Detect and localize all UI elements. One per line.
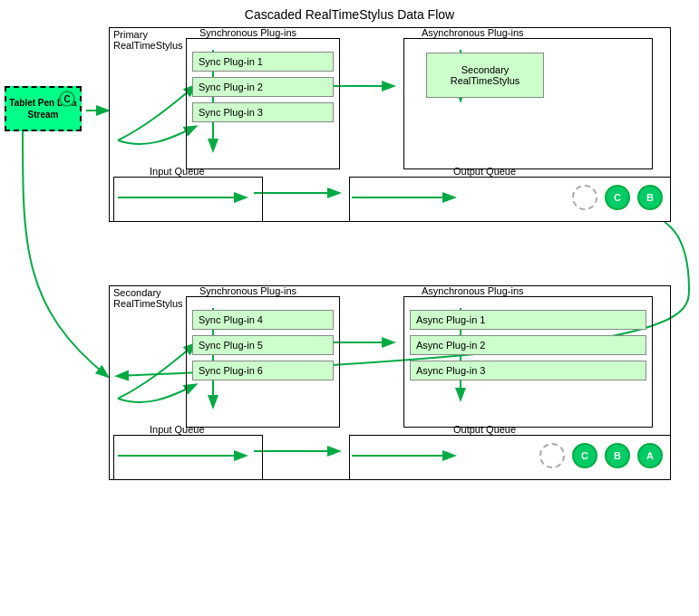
- sync-plugins-label-bottom: Synchronous Plug-ins: [199, 285, 296, 296]
- async-plugin-2: Async Plug-in 2: [410, 335, 646, 355]
- sync-plugin-3: Sync Plug-in 3: [192, 102, 334, 122]
- circle-empty-bottom: [539, 443, 565, 468]
- async-plugin-list-bottom: Async Plug-in 1 Async Plug-in 2 Async Pl…: [404, 310, 652, 380]
- output-queue-box-top: C B: [349, 177, 671, 222]
- async-plugins-label-top: Asynchronous Plug-ins: [422, 27, 524, 38]
- sync-plugins-box-bottom: Sync Plug-in 4 Sync Plug-in 5 Sync Plug-…: [186, 296, 340, 428]
- output-queue-label-bottom: Output Queue: [453, 424, 516, 435]
- diagram-container: Cascaded RealTimeStylus Data Flow: [0, 0, 699, 598]
- async-plugin-3: Async Plug-in 3: [410, 361, 646, 380]
- sync-plugin-6: Sync Plug-in 6: [192, 361, 334, 380]
- output-queue-circles-bottom: C B A: [539, 443, 663, 468]
- input-queue-label-top: Input Queue: [150, 166, 205, 177]
- bottom-section: Secondary RealTimeStylus Synchronous Plu…: [9, 285, 689, 521]
- circle-b-bottom: B: [605, 443, 630, 468]
- sync-plugin-5: Sync Plug-in 5: [192, 335, 334, 355]
- sync-plugin-4: Sync Plug-in 4: [192, 310, 334, 330]
- sync-plugins-label-top: Synchronous Plug-ins: [199, 27, 296, 38]
- circle-empty-top: [572, 185, 597, 210]
- page-title: Cascaded RealTimeStylus Data Flow: [0, 0, 699, 25]
- sync-plugin-2: Sync Plug-in 2: [192, 77, 334, 97]
- async-plugins-label-bottom: Asynchronous Plug-ins: [422, 285, 524, 296]
- top-section: Primary RealTimeStylus Synchronous Plug-…: [9, 27, 689, 263]
- async-plugins-box-bottom: Async Plug-in 1 Async Plug-in 2 Async Pl…: [403, 296, 653, 428]
- secondary-rts-label: Secondary RealTimeStylus: [113, 287, 183, 309]
- primary-rts-label: Primary RealTimeStylus: [113, 29, 183, 51]
- circle-b-top: B: [637, 185, 663, 210]
- sync-plugins-box-top: Sync Plug-in 1 Sync Plug-in 2 Sync Plug-…: [186, 38, 340, 169]
- input-queue-label-bottom: Input Queue: [150, 424, 205, 435]
- input-queue-box-bottom: [113, 435, 263, 480]
- output-queue-circles-top: C B: [572, 185, 663, 210]
- sync-plugin-1: Sync Plug-in 1: [192, 52, 334, 72]
- output-queue-label-top: Output Queue: [453, 166, 516, 177]
- output-queue-box-bottom: C B A: [349, 435, 671, 480]
- circle-a-bottom: A: [637, 443, 663, 468]
- sync-plugin-list-top: Sync Plug-in 1 Sync Plug-in 2 Sync Plug-…: [187, 52, 339, 122]
- circle-c-top: C: [605, 185, 630, 210]
- sync-plugin-list-bottom: Sync Plug-in 4 Sync Plug-in 5 Sync Plug-…: [187, 310, 339, 380]
- circle-c-bottom: C: [572, 443, 597, 468]
- async-plugin-1: Async Plug-in 1: [410, 310, 646, 330]
- secondary-rts-inner-top: Secondary RealTimeStylus: [426, 53, 544, 98]
- input-queue-box-top: [113, 177, 263, 222]
